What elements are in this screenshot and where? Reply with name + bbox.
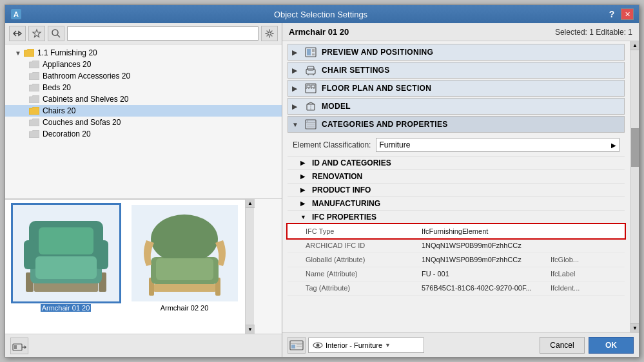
svg-point-5 [268,32,271,35]
svg-point-3 [52,30,58,35]
prop-value: IfcFurnishingElement [416,224,545,238]
svg-rect-17 [154,284,215,292]
chevron-right-icon: ▶ [300,200,309,207]
section-model[interactable]: ▶ MODEL [288,98,625,115]
interior-furniture-dropdown[interactable]: Interior - Furniture ▼ [308,338,424,353]
ifc-property-row-3[interactable]: Name (Attribute) FU - 001 IfcLabel [288,267,625,281]
tree-item-label: Couches and Sofas 20 [43,118,121,127]
section-floor-plan[interactable]: ▶ FLOOR PLAN AND SECTION [288,80,625,97]
chevron-down-icon: ▼ [385,342,391,348]
ec-label: Element Classification: [293,140,371,149]
place-object-button[interactable] [10,338,28,354]
thumbnail-scrollbar: ▲ ▼ [245,199,254,334]
section-label: CHAIR SETTINGS [322,66,390,75]
floor-plan-icon [304,83,318,93]
right-panel-header: Armchair 01 20 Selected: 1 Editable: 1 [282,23,639,41]
object-name-title: Armchair 01 20 [289,27,349,37]
favorites-button[interactable] [28,26,45,41]
help-button[interactable]: ? [605,8,618,20]
svg-rect-36 [311,85,315,88]
folder-icon [28,118,40,127]
tree-view: ▼ 1.1 Furnishing 20 [5,44,282,198]
scrollbar-thumb [631,128,639,167]
thumbnail-image-wrap [13,205,119,301]
svg-rect-35 [307,85,310,88]
tree-root-item[interactable]: ▼ 1.1 Furnishing 20 [5,47,282,59]
svg-rect-22 [14,345,17,349]
section-label: FLOOR PLAN AND SECTION [322,84,431,93]
sub-section-renovation[interactable]: ▶ RENOVATION [288,170,625,184]
sub-section-product-info[interactable]: ▶ PRODUCT INFO [288,184,625,197]
ifc-properties-table: IFC Type IfcFurnishingElement ARCHICAD I… [288,224,625,296]
tree-item-bathroom[interactable]: Bathroom Accessories 20 [5,70,282,82]
cancel-button[interactable]: Cancel [540,337,585,354]
armchair01-image [16,208,116,298]
tree-item-beds[interactable]: Beds 20 [5,82,282,93]
thumbnail-armchair01[interactable]: Armchair 01 20 [8,202,124,314]
thumbnail-armchair02[interactable]: Armchair 02 20 [126,202,242,314]
tree-root-label: 1.1 Furnishing 20 [37,48,97,57]
thumbnails-section: Armchair 01 20 [5,198,282,334]
ok-button[interactable]: OK [589,337,634,354]
selected-info: Selected: 1 Editable: 1 [555,28,632,37]
svg-text:A: A [14,10,19,18]
prop-name: Name (Attribute) [288,267,416,281]
ifc-property-row-0[interactable]: IFC Type IfcFurnishingElement [288,224,625,238]
scroll-up-button[interactable]: ▲ [630,41,639,50]
svg-rect-28 [312,53,315,55]
main-content: ▼ 1.1 Furnishing 20 [5,23,639,357]
tree-item-appliances[interactable]: Appliances 20 [5,59,282,70]
svg-rect-26 [307,49,311,55]
folder-icon [28,60,40,69]
element-classification-dropdown[interactable]: Furniture ▶ [376,138,620,152]
left-bottom-toolbar [5,334,282,357]
eye-icon [313,341,323,350]
sub-section-label: RENOVATION [312,172,362,181]
sections-list: ▶ PREVIEW AND POSITIONING [282,41,630,332]
ifc-property-row-1[interactable]: ARCHICAD IFC ID 1NQqN1WSP0B99m0FzhhCCz [288,238,625,252]
tree-item-label: Appliances 20 [43,60,91,69]
sub-section-ifc-properties[interactable]: ▼ IFC PROPERTIES [288,211,625,224]
preview-icon [304,47,318,57]
sub-section-label: PRODUCT INFO [312,186,371,195]
navigate-back-button[interactable] [9,26,26,41]
chevron-right-icon: ▶ [300,173,309,180]
section-preview[interactable]: ▶ PREVIEW AND POSITIONING [288,44,625,61]
chevron-right-icon: ▶ [300,160,309,166]
section-chair-settings[interactable]: ▶ CHAIR SETTINGS [288,62,625,79]
thumbnails-panel: Armchair 01 20 [5,199,245,334]
sub-section-label: MANUFACTURING [312,199,380,208]
tree-item-decoration[interactable]: Decoration 20 [5,128,282,140]
scroll-down-button[interactable]: ▼ [630,323,639,332]
element-classification-row: Element Classification: Furniture ▶ [288,134,625,157]
tree-item-cabinets[interactable]: Cabinets and Shelves 20 [5,93,282,105]
section-arrow-icon: ▶ [292,85,301,92]
search-button[interactable] [48,26,64,41]
section-categories[interactable]: ▼ ≡ CATEGORIES AND PROPERTIES [288,116,625,133]
dialog-title: Object Selection Settings [36,10,605,19]
tree-item-chairs[interactable]: Chairs 20 [5,105,282,117]
sub-section-id-categories[interactable]: ▶ ID AND CATEGORIES [288,157,625,170]
ifc-property-row-2[interactable]: GlobalId (Attribute) 1NQqN1WSP0B99m0Fzhh… [288,252,625,267]
settings-icon-button[interactable] [261,26,278,41]
close-button[interactable]: ✕ [621,8,634,20]
svg-rect-13 [39,227,93,254]
tree-item-couches[interactable]: Couches and Sofas 20 [5,117,282,128]
right-panel: Armchair 01 20 Selected: 1 Editable: 1 ▶ [282,23,639,357]
prop-value: 576B45C1-81C6-402C-9270-00F... [416,281,545,295]
scroll-up-button[interactable]: ▲ [246,199,255,208]
prop-name: IFC Type [288,224,416,238]
chevron-right-icon: ▶ [300,187,309,193]
scroll-down-button[interactable]: ▼ [246,325,255,334]
library-icon-button[interactable] [288,337,306,354]
prop-extra [545,238,625,252]
svg-point-51 [317,343,320,347]
prop-name: ARCHICAD IFC ID [288,238,416,252]
sub-sections: ▶ ID AND CATEGORIES ▶ RENOVATION ▶ PRODU… [288,157,625,296]
armchair02-image [135,208,235,298]
footer-left: Interior - Furniture ▼ [288,337,424,354]
sub-section-manufacturing[interactable]: ▶ MANUFACTURING [288,197,625,211]
ifc-property-row-4[interactable]: Tag (Attribute) 576B45C1-81C6-402C-9270-… [288,281,625,295]
search-input[interactable] [67,26,259,41]
left-panel: ▼ 1.1 Furnishing 20 [5,23,282,357]
